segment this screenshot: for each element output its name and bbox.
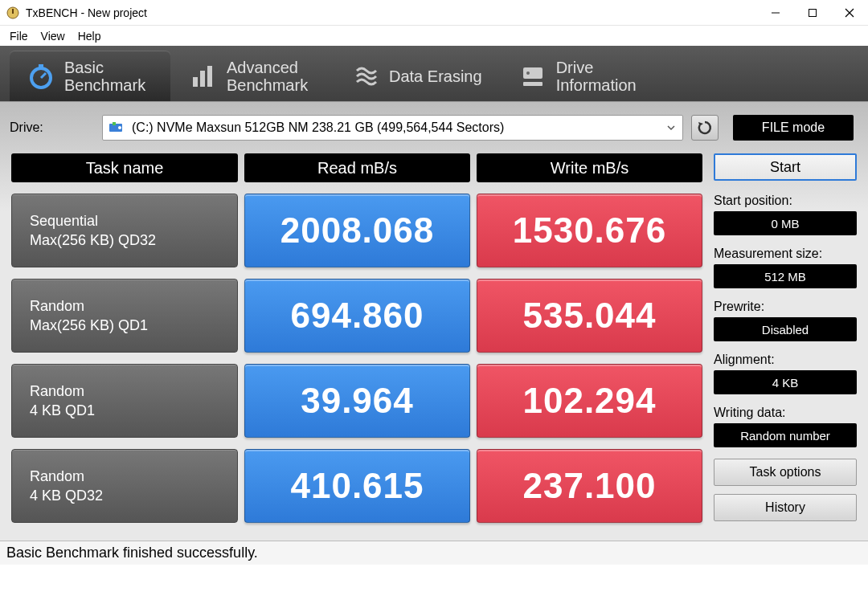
tab-label: Data Erasing bbox=[389, 67, 482, 85]
drive-row: Drive: (C:) NVMe Maxsun 512GB NM 238.21 … bbox=[0, 115, 868, 153]
task-cell[interactable]: Random 4 KB QD1 bbox=[11, 364, 238, 438]
erase-icon bbox=[352, 63, 379, 90]
bars-icon bbox=[190, 63, 217, 90]
refresh-button[interactable] bbox=[691, 115, 719, 141]
tab-data-erasing[interactable]: Data Erasing bbox=[334, 51, 500, 101]
ribbon-tabs: Basic Benchmark Advanced Benchmark Data … bbox=[0, 46, 868, 102]
result-row: Sequential Max(256 KB) QD32 2008.068 153… bbox=[11, 194, 702, 267]
results-table: Task name Read mB/s Write mB/s Sequentia… bbox=[11, 153, 702, 534]
svg-point-14 bbox=[526, 71, 530, 75]
writedata-label: Writing data: bbox=[714, 406, 857, 420]
read-value: 2008.068 bbox=[244, 194, 470, 267]
menu-help[interactable]: Help bbox=[78, 30, 101, 43]
meassize-label: Measurement size: bbox=[714, 247, 857, 261]
read-value: 694.860 bbox=[244, 279, 470, 353]
header-task: Task name bbox=[11, 153, 238, 182]
main-panel: Drive: (C:) NVMe Maxsun 512GB NM 238.21 … bbox=[0, 102, 868, 541]
align-value[interactable]: 4 KB bbox=[714, 370, 857, 394]
side-panel: Start Start position: 0 MB Measurement s… bbox=[714, 153, 857, 534]
status-bar: Basic Benchmark finished successfully. bbox=[0, 541, 868, 565]
window-title: TxBENCH - New project bbox=[26, 6, 147, 19]
file-mode-button[interactable]: FILE mode bbox=[733, 115, 854, 141]
task-cell[interactable]: Random 4 KB QD32 bbox=[11, 449, 238, 523]
result-row: Random 4 KB QD32 410.615 237.100 bbox=[11, 449, 702, 523]
svg-line-8 bbox=[41, 73, 46, 78]
drive-label: Drive: bbox=[10, 120, 94, 135]
tab-label: Drive Information bbox=[556, 59, 637, 94]
titlebar: TxBENCH - New project bbox=[0, 0, 868, 26]
svg-rect-10 bbox=[200, 71, 205, 87]
result-row: Random Max(256 KB) QD1 694.860 535.044 bbox=[11, 279, 702, 353]
writedata-value[interactable]: Random number bbox=[714, 423, 857, 447]
svg-rect-3 bbox=[809, 9, 817, 16]
stopwatch-icon bbox=[27, 63, 55, 90]
drive-value: (C:) NVMe Maxsun 512GB NM 238.21 GB (499… bbox=[132, 120, 504, 135]
startpos-value[interactable]: 0 MB bbox=[714, 211, 857, 235]
read-value: 410.615 bbox=[244, 449, 470, 523]
tab-label: Basic Benchmark bbox=[64, 59, 145, 94]
minimize-button[interactable] bbox=[757, 0, 794, 26]
header-read: Read mB/s bbox=[244, 153, 470, 182]
header-write: Write mB/s bbox=[477, 153, 702, 182]
startpos-label: Start position: bbox=[714, 194, 857, 208]
chevron-down-icon bbox=[666, 123, 676, 133]
meassize-value[interactable]: 512 MB bbox=[714, 264, 857, 288]
svg-point-17 bbox=[118, 126, 121, 129]
tab-advanced-benchmark[interactable]: Advanced Benchmark bbox=[172, 51, 333, 101]
svg-rect-9 bbox=[193, 77, 198, 87]
history-button[interactable]: History bbox=[714, 494, 857, 521]
write-value: 535.044 bbox=[477, 279, 702, 353]
write-value: 237.100 bbox=[477, 449, 702, 523]
svg-rect-11 bbox=[207, 66, 212, 87]
svg-rect-7 bbox=[39, 64, 43, 68]
svg-rect-12 bbox=[523, 67, 542, 79]
menubar: File View Help bbox=[0, 26, 868, 46]
align-label: Alignment: bbox=[714, 353, 857, 367]
close-button[interactable] bbox=[831, 0, 868, 26]
prewrite-label: Prewrite: bbox=[714, 300, 857, 314]
drive-icon bbox=[519, 63, 547, 90]
task-cell[interactable]: Random Max(256 KB) QD1 bbox=[11, 279, 238, 353]
tab-label: Advanced Benchmark bbox=[227, 59, 308, 94]
write-value: 1530.676 bbox=[477, 194, 702, 267]
maximize-button[interactable] bbox=[794, 0, 831, 26]
tab-basic-benchmark[interactable]: Basic Benchmark bbox=[10, 51, 170, 101]
start-button[interactable]: Start bbox=[714, 153, 857, 181]
svg-rect-13 bbox=[523, 82, 542, 86]
menu-view[interactable]: View bbox=[41, 30, 65, 43]
task-options-button[interactable]: Task options bbox=[714, 459, 857, 486]
menu-file[interactable]: File bbox=[10, 30, 28, 43]
status-text: Basic Benchmark finished successfully. bbox=[6, 545, 258, 561]
refresh-icon bbox=[697, 120, 713, 136]
disk-icon bbox=[109, 122, 125, 133]
drive-select[interactable]: (C:) NVMe Maxsun 512GB NM 238.21 GB (499… bbox=[102, 115, 683, 141]
read-value: 39.964 bbox=[244, 364, 470, 438]
task-cell[interactable]: Sequential Max(256 KB) QD32 bbox=[11, 194, 238, 267]
svg-rect-16 bbox=[113, 122, 116, 125]
prewrite-value[interactable]: Disabled bbox=[714, 317, 857, 341]
app-icon bbox=[6, 6, 19, 19]
write-value: 102.294 bbox=[477, 364, 702, 438]
tab-drive-information[interactable]: Drive Information bbox=[502, 51, 662, 101]
svg-rect-1 bbox=[12, 9, 14, 14]
result-row: Random 4 KB QD1 39.964 102.294 bbox=[11, 364, 702, 438]
